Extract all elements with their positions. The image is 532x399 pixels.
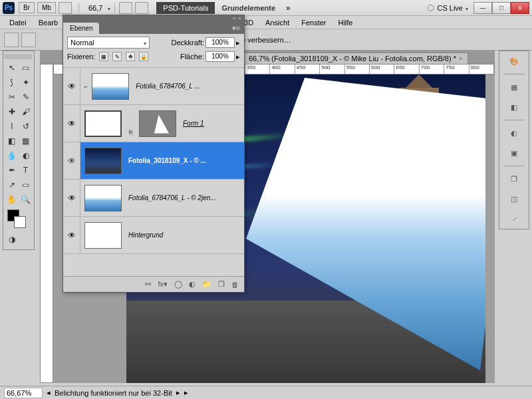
menu-help[interactable]: Hilfe — [332, 17, 358, 28]
status-menu-icon[interactable]: ▸ — [184, 388, 188, 397]
fill-flyout-icon[interactable]: ▸ — [236, 53, 240, 61]
document-tab[interactable]: 66,7% (Fotolia_3018109_X - © Mike Liu - … — [243, 53, 468, 64]
cslive-label[interactable]: CS Live — [437, 4, 463, 12]
layer-name[interactable]: Form 1 — [180, 120, 204, 127]
layer-thumb[interactable] — [84, 222, 122, 249]
masks-panel-icon[interactable]: ▣ — [506, 146, 522, 160]
panel-grip[interactable] — [5, 54, 33, 59]
adjust-panel-icon[interactable]: ◐ — [506, 126, 522, 140]
lock-pixels-icon[interactable]: ✎ — [112, 52, 122, 61]
menu-window[interactable]: Fenster — [296, 17, 331, 28]
lock-all-icon[interactable]: 🔒 — [139, 52, 148, 61]
shape-tool-icon[interactable]: ▭ — [19, 178, 33, 192]
dodge-tool-icon[interactable]: ◐ — [19, 148, 33, 163]
visibility-toggle[interactable]: 👁 — [63, 180, 80, 216]
eyedropper-tool-icon[interactable]: ✎ — [19, 90, 33, 104]
layer-name[interactable]: Hintergrund — [126, 231, 163, 239]
layer-name[interactable]: Fotolia_6784706_L - © 2jen... — [126, 194, 216, 201]
layer-row[interactable]: 👁 ⌐ Fotolia_6784706_L ... — [63, 68, 244, 105]
lock-transparency-icon[interactable]: ▦ — [99, 52, 108, 61]
visibility-toggle[interactable]: 👁 — [63, 68, 80, 104]
eraser-tool-icon[interactable]: ◧ — [5, 134, 19, 148]
link-layers-icon[interactable]: ⚯ — [145, 280, 151, 289]
background-swatch[interactable] — [14, 216, 26, 228]
layer-thumb[interactable] — [84, 185, 122, 211]
minimize-button[interactable]: — — [473, 2, 492, 14]
visibility-toggle[interactable]: 👁 — [63, 217, 80, 253]
delete-layer-icon[interactable]: 🗑 — [231, 281, 239, 289]
layer-thumb[interactable] — [92, 73, 129, 100]
menu-edit[interactable]: Bearb — [33, 17, 63, 28]
wand-tool-icon[interactable]: ✦ — [19, 75, 33, 90]
marquee-tool-icon[interactable]: ▭ — [19, 61, 33, 75]
panel-grip[interactable]: « × — [63, 15, 244, 21]
heal-tool-icon[interactable]: ✚ — [5, 104, 19, 119]
layer-row[interactable]: 👁 Hintergrund — [63, 217, 244, 254]
move-tool-icon[interactable]: ↖ — [5, 61, 19, 75]
opacity-flyout-icon[interactable]: ▸ — [236, 39, 240, 47]
quickmask-icon[interactable]: ◑ — [5, 232, 19, 247]
fill-input[interactable]: 100% — [205, 51, 235, 62]
layer-thumb[interactable] — [84, 148, 122, 174]
doc-arrange-dropdown[interactable] — [59, 2, 72, 14]
crop-tool-icon[interactable]: ✂ — [5, 90, 19, 104]
cslive-dropdown-icon[interactable] — [466, 4, 468, 12]
maximize-button[interactable]: □ — [492, 2, 511, 14]
lock-position-icon[interactable]: ✥ — [126, 52, 135, 61]
visibility-toggle[interactable]: 👁 — [63, 142, 80, 179]
screen-mode-dropdown[interactable] — [135, 2, 148, 14]
menu-file[interactable]: Datei — [4, 17, 32, 28]
history-brush-icon[interactable]: ↺ — [19, 119, 33, 134]
vector-mask-thumb[interactable] — [139, 110, 176, 137]
lasso-tool-icon[interactable]: ⟆ — [5, 75, 19, 90]
channels-panel-icon[interactable]: ◫ — [506, 192, 522, 206]
layer-row[interactable]: 👁 ⎘ Form 1 — [63, 105, 244, 142]
status-zoom[interactable]: 66,67% — [4, 388, 43, 398]
layer-fx-icon[interactable]: fx▾ — [158, 280, 168, 289]
close-tab-icon[interactable]: × — [459, 55, 462, 62]
pen-tool-icon[interactable]: ✒ — [5, 163, 19, 178]
menu-view[interactable]: Ansicht — [260, 17, 295, 28]
new-group-icon[interactable]: 📁 — [202, 280, 211, 289]
current-tool-icon[interactable] — [4, 33, 19, 47]
hand-tool-icon[interactable]: ✋ — [5, 192, 19, 207]
brush-tool-icon[interactable]: 🖌 — [19, 104, 33, 119]
close-button[interactable]: X — [511, 2, 529, 14]
layers-panel[interactable]: « × Ebenen ▾≡ Normal Deckkraft: 100% ▸ F… — [63, 15, 245, 293]
stamp-tool-icon[interactable]: ⌇ — [5, 119, 19, 134]
swatches-panel-icon[interactable]: ▦ — [506, 80, 522, 94]
layers-tab[interactable]: Ebenen — [63, 23, 99, 34]
panel-menu-icon[interactable]: ▾≡ — [228, 23, 244, 34]
gradient-tool-icon[interactable]: ▦ — [19, 134, 33, 148]
view-dropdown[interactable] — [119, 2, 132, 14]
layer-row-selected[interactable]: 👁 Fotolia_3018109_X - © ... — [63, 142, 244, 180]
blend-mode-dropdown[interactable]: Normal — [67, 37, 150, 49]
color-swatches[interactable] — [5, 209, 33, 232]
status-next-icon[interactable]: ▸ — [176, 388, 180, 397]
zoom-level[interactable]: 66,7 — [88, 4, 102, 12]
workspace-more-icon[interactable]: » — [286, 3, 291, 13]
minibridge-badge[interactable]: Mb — [37, 2, 56, 13]
blur-tool-icon[interactable]: 💧 — [5, 148, 19, 163]
layer-row[interactable]: 👁 Fotolia_6784706_L - © 2jen... — [63, 180, 244, 217]
layers-panel-icon[interactable]: ❐ — [506, 172, 522, 186]
workspace-active[interactable]: PSD-Tutorials — [156, 2, 215, 14]
visibility-toggle[interactable]: 👁 — [63, 105, 80, 142]
layer-mask-icon[interactable]: ◯ — [174, 280, 182, 289]
new-layer-icon[interactable]: ❐ — [218, 280, 225, 289]
path-tool-icon[interactable]: ↗ — [5, 178, 19, 192]
zoom-tool-icon[interactable]: 🔍 — [19, 192, 33, 207]
styles-panel-icon[interactable]: ◧ — [506, 100, 522, 114]
zoom-dropdown-icon[interactable] — [108, 4, 110, 12]
status-prev-icon[interactable]: ◂ — [47, 388, 51, 397]
type-tool-icon[interactable]: T — [19, 163, 33, 178]
mask-link-icon[interactable]: ⎘ — [126, 110, 135, 137]
workspace-next[interactable]: Grundelemente — [215, 2, 282, 14]
layer-name[interactable]: Fotolia_3018109_X - © ... — [126, 157, 206, 164]
color-panel-icon[interactable]: 🎨 — [506, 54, 522, 68]
adjustment-layer-icon[interactable]: ◐ — [189, 280, 196, 289]
paths-panel-icon[interactable]: ⟋ — [506, 211, 522, 226]
opt-slot-1[interactable] — [21, 33, 36, 47]
bridge-badge[interactable]: Br — [19, 2, 35, 13]
opacity-input[interactable]: 100% — [205, 37, 235, 48]
